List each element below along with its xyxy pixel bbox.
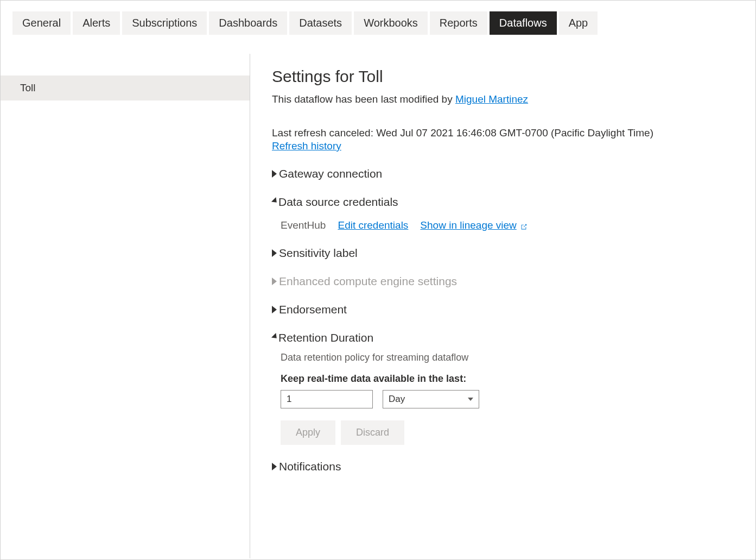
tab-workbooks[interactable]: Workbooks: [354, 11, 428, 35]
section-title: Retention Duration: [278, 331, 373, 344]
tab-alerts[interactable]: Alerts: [73, 11, 120, 35]
edit-credentials-link[interactable]: Edit credentials: [338, 219, 408, 231]
section-header-sensitivity[interactable]: Sensitivity label: [272, 247, 734, 260]
tab-subscriptions[interactable]: Subscriptions: [122, 11, 207, 35]
section-notifications: Notifications: [272, 460, 734, 473]
section-credentials: Data source credentials EventHub Edit cr…: [272, 196, 734, 231]
show-lineage-label: Show in lineage view: [420, 219, 516, 231]
modified-by-line: This dataflow has been last modified by …: [272, 93, 734, 105]
retention-unit-value: Day: [389, 394, 405, 405]
section-title: Gateway connection: [279, 167, 382, 180]
section-title: Endorsement: [279, 303, 347, 316]
credential-row: EventHub Edit credentials Show in lineag…: [281, 219, 734, 231]
caret-right-icon: [272, 278, 277, 285]
discard-button[interactable]: Discard: [341, 420, 404, 445]
section-retention: Retention Duration Data retention policy…: [272, 331, 734, 445]
section-header-retention[interactable]: Retention Duration: [272, 331, 734, 344]
refresh-history-link[interactable]: Refresh history: [272, 140, 341, 152]
retention-buttons: Apply Discard: [281, 420, 734, 445]
tab-dashboards[interactable]: Dashboards: [209, 11, 287, 35]
sidebar-item-toll[interactable]: Toll: [1, 75, 250, 100]
section-endorsement: Endorsement: [272, 303, 734, 316]
sidebar: Toll: [1, 54, 250, 558]
retention-unit-select[interactable]: Day: [383, 390, 479, 408]
section-title: Enhanced compute engine settings: [279, 275, 457, 288]
section-enhanced-compute: Enhanced compute engine settings: [272, 275, 734, 288]
section-title: Data source credentials: [278, 196, 398, 209]
modified-user-link[interactable]: Miguel Martinez: [455, 93, 528, 105]
credential-source-name: EventHub: [281, 219, 326, 231]
tab-datasets[interactable]: Datasets: [289, 11, 352, 35]
caret-down-icon: [271, 197, 279, 205]
section-header-credentials[interactable]: Data source credentials: [272, 196, 734, 209]
main-panel: Settings for Toll This dataflow has been…: [250, 54, 755, 558]
section-sensitivity: Sensitivity label: [272, 247, 734, 260]
retention-value-input[interactable]: [281, 390, 373, 408]
section-gateway: Gateway connection: [272, 167, 734, 180]
caret-right-icon: [272, 170, 277, 178]
retention-field-label: Keep real-time data available in the las…: [281, 373, 734, 385]
caret-right-icon: [272, 463, 277, 470]
retention-subtext: Data retention policy for streaming data…: [281, 352, 734, 363]
section-title: Sensitivity label: [279, 247, 358, 260]
section-header-enhanced: Enhanced compute engine settings: [272, 275, 734, 288]
caret-right-icon: [272, 249, 277, 257]
tab-app[interactable]: App: [559, 11, 598, 35]
retention-fields: Day: [281, 390, 734, 408]
external-link-icon: [520, 222, 528, 229]
content-wrap: Toll Settings for Toll This dataflow has…: [1, 54, 755, 558]
caret-down-icon: [271, 333, 279, 341]
tab-dataflows[interactable]: Dataflows: [490, 11, 557, 35]
apply-button[interactable]: Apply: [281, 420, 335, 445]
caret-right-icon: [272, 306, 277, 313]
modified-prefix: This dataflow has been last modified by: [272, 93, 455, 105]
section-header-endorsement[interactable]: Endorsement: [272, 303, 734, 316]
tab-general[interactable]: General: [12, 11, 71, 35]
section-header-notifications[interactable]: Notifications: [272, 460, 734, 473]
section-header-gateway[interactable]: Gateway connection: [272, 167, 734, 180]
chevron-down-icon: [468, 398, 473, 401]
section-title: Notifications: [279, 460, 341, 473]
tab-reports[interactable]: Reports: [430, 11, 487, 35]
last-refresh-text: Last refresh canceled: Wed Jul 07 2021 1…: [272, 127, 734, 139]
tab-bar: General Alerts Subscriptions Dashboards …: [1, 1, 755, 35]
show-lineage-link[interactable]: Show in lineage view: [420, 219, 527, 231]
page-title: Settings for Toll: [272, 67, 734, 86]
